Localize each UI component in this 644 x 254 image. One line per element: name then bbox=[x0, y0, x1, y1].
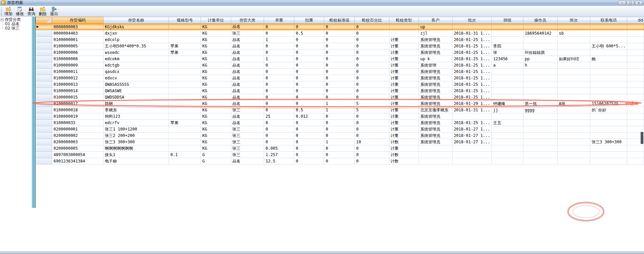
cell[interactable]: 2018-01-31 1... bbox=[452, 107, 491, 113]
cell[interactable]: 0 bbox=[355, 113, 389, 120]
cell[interactable]: 计重 bbox=[389, 120, 419, 126]
cell[interactable] bbox=[523, 24, 557, 30]
cell[interactable] bbox=[169, 101, 201, 107]
cell[interactable]: 0100000006 bbox=[52, 49, 103, 56]
cell[interactable]: 0100000017 bbox=[52, 101, 103, 107]
cell[interactable] bbox=[627, 62, 644, 69]
cell[interactable]: 0 bbox=[294, 139, 324, 145]
cell[interactable] bbox=[557, 152, 590, 158]
cell[interactable] bbox=[169, 133, 201, 139]
cell[interactable] bbox=[169, 62, 201, 69]
cell[interactable]: 陈丽 bbox=[103, 101, 169, 107]
cell[interactable]: 0 bbox=[264, 24, 294, 30]
cell[interactable]: 2018-01-25 1... bbox=[452, 56, 491, 62]
cell[interactable]: 0 bbox=[355, 145, 389, 152]
cell[interactable] bbox=[169, 158, 201, 165]
cell[interactable]: jj bbox=[492, 107, 523, 113]
row-selector[interactable] bbox=[36, 94, 52, 101]
cell[interactable] bbox=[557, 81, 590, 88]
cell[interactable]: 系统管理员 bbox=[419, 88, 452, 94]
cell[interactable] bbox=[492, 133, 523, 139]
cell[interactable]: 接头1 bbox=[103, 152, 169, 158]
cell[interactable]: 系统管理员 bbox=[419, 120, 452, 126]
cell[interactable] bbox=[590, 62, 627, 69]
cell[interactable]: edcokm bbox=[103, 56, 169, 62]
cell[interactable]: 0100000018 bbox=[52, 107, 103, 113]
cell[interactable]: KG bbox=[201, 30, 231, 37]
cell[interactable] bbox=[452, 152, 491, 158]
cell[interactable]: 0 bbox=[355, 30, 389, 37]
cell[interactable]: 0100000009 bbox=[52, 62, 103, 69]
cell[interactable]: 2018-01-25 1... bbox=[452, 49, 491, 56]
cell[interactable]: wsxedc bbox=[103, 49, 169, 56]
cell[interactable] bbox=[557, 69, 590, 75]
cell[interactable] bbox=[627, 81, 644, 88]
tree-item-02[interactable]: 02 张三 bbox=[2, 26, 32, 31]
cell[interactable] bbox=[169, 107, 201, 113]
cell[interactable]: 0 bbox=[264, 49, 294, 56]
column-header-16[interactable]: 联系电话 bbox=[590, 17, 627, 24]
column-header-11[interactable]: 客户 bbox=[419, 17, 452, 24]
cell[interactable] bbox=[492, 88, 523, 94]
cell[interactable] bbox=[419, 158, 452, 165]
exit-button[interactable]: 退出 bbox=[48, 6, 60, 16]
query-button[interactable]: 查询 bbox=[26, 6, 37, 16]
cell[interactable]: h bbox=[523, 62, 557, 69]
column-header-5[interactable]: 存货大类 bbox=[231, 17, 264, 24]
cell[interactable]: 计重 bbox=[389, 126, 419, 133]
cell[interactable]: 0100000011 bbox=[52, 69, 103, 75]
cell[interactable] bbox=[169, 139, 201, 145]
cell[interactable]: 计数 bbox=[389, 158, 419, 165]
cell[interactable] bbox=[590, 81, 627, 88]
cell[interactable]: 0 bbox=[355, 120, 389, 126]
cell[interactable]: 0 bbox=[324, 94, 355, 101]
cell[interactable]: 0 bbox=[264, 139, 294, 145]
cell[interactable] bbox=[627, 69, 644, 75]
row-selector[interactable] bbox=[36, 145, 52, 152]
cell[interactable] bbox=[523, 158, 557, 165]
cell[interactable]: 她 bbox=[590, 56, 627, 62]
cell[interactable]: 0 bbox=[294, 24, 324, 30]
cell[interactable]: 0 bbox=[324, 126, 355, 133]
cell[interactable]: 计重 bbox=[389, 37, 419, 43]
cell[interactable]: 张三 bbox=[231, 152, 264, 158]
cell[interactable] bbox=[627, 24, 644, 30]
cell[interactable]: 0 bbox=[324, 152, 355, 158]
cell[interactable]: 计重 bbox=[389, 145, 419, 152]
cell[interactable]: 的`你好 bbox=[590, 107, 627, 113]
cell[interactable]: 计重 bbox=[389, 94, 419, 101]
cell[interactable]: 123456 bbox=[492, 56, 523, 62]
cell[interactable]: 0 bbox=[294, 158, 324, 165]
cell[interactable] bbox=[627, 43, 644, 49]
cell[interactable]: KG bbox=[201, 81, 231, 88]
cell[interactable]: 0.012 bbox=[294, 113, 324, 120]
row-selector[interactable] bbox=[36, 152, 52, 158]
cell[interactable]: 0 bbox=[324, 158, 355, 165]
cell[interactable] bbox=[492, 126, 523, 133]
row-selector[interactable] bbox=[36, 30, 52, 37]
cell[interactable] bbox=[169, 69, 201, 75]
cell[interactable] bbox=[523, 126, 557, 133]
cell[interactable]: edcrfv bbox=[103, 120, 169, 126]
cell[interactable] bbox=[557, 133, 590, 139]
column-header-14[interactable]: 操作员 bbox=[523, 17, 557, 24]
cell[interactable]: 计重 bbox=[389, 101, 419, 107]
cell[interactable]: 0 bbox=[355, 75, 389, 81]
cell[interactable] bbox=[492, 30, 523, 37]
cell[interactable]: QWSASWE bbox=[103, 88, 169, 94]
cell[interactable]: 0 bbox=[294, 133, 324, 139]
cell[interactable]: 010000033 bbox=[52, 120, 103, 126]
cell[interactable]: 0 bbox=[355, 24, 389, 30]
collapse-icon[interactable] bbox=[1, 18, 4, 21]
cell[interactable]: 品名 bbox=[231, 75, 264, 81]
cell[interactable] bbox=[557, 75, 590, 81]
cell[interactable] bbox=[523, 81, 557, 88]
cell[interactable]: 系统管理员 bbox=[419, 94, 452, 101]
cell[interactable]: 0200000003 bbox=[52, 139, 103, 145]
cell[interactable]: 计重 bbox=[389, 88, 419, 94]
cell[interactable]: 0 bbox=[355, 152, 389, 158]
cell[interactable]: 0 bbox=[264, 126, 294, 133]
cell[interactable]: 1 bbox=[264, 56, 294, 62]
cell[interactable]: 0 bbox=[324, 43, 355, 49]
cell[interactable]: 18695640142 bbox=[523, 30, 557, 37]
